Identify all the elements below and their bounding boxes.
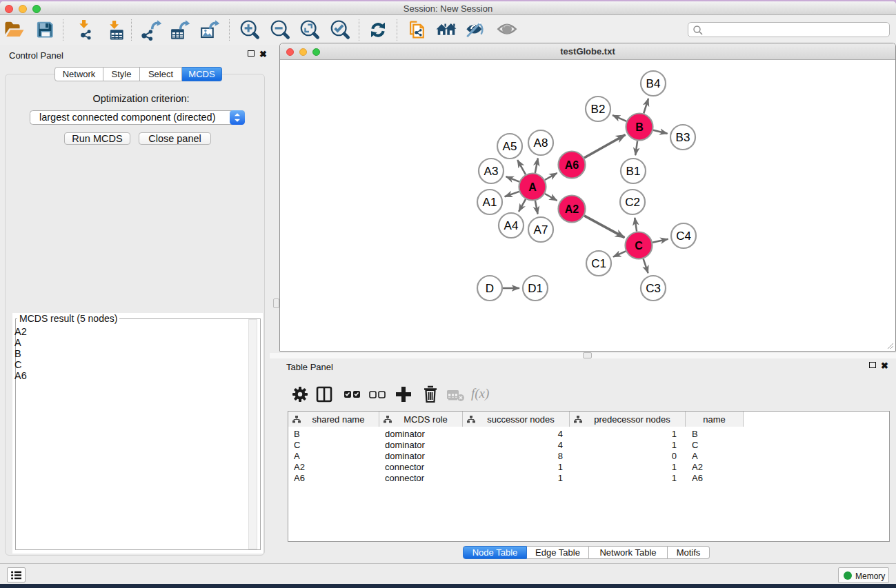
svg-text:B4: B4	[646, 77, 661, 90]
svg-text:C3: C3	[646, 282, 661, 295]
svg-text:B2: B2	[591, 103, 606, 116]
svg-text:A2: A2	[565, 203, 579, 215]
svg-text:A7: A7	[534, 223, 548, 236]
svg-text:A5: A5	[503, 140, 517, 153]
svg-text:B3: B3	[676, 131, 690, 144]
svg-text:A1: A1	[483, 196, 497, 209]
svg-text:A8: A8	[534, 136, 548, 150]
svg-text:C2: C2	[625, 196, 640, 209]
svg-text:C: C	[635, 240, 643, 252]
svg-text:A3: A3	[484, 165, 499, 178]
svg-text:A4: A4	[504, 219, 519, 232]
svg-text:A6: A6	[565, 159, 579, 171]
svg-text:D1: D1	[528, 282, 543, 295]
svg-text:C4: C4	[676, 230, 691, 243]
svg-text:B: B	[635, 121, 644, 133]
svg-text:C1: C1	[591, 257, 606, 270]
svg-text:A: A	[528, 181, 537, 193]
svg-text:D: D	[486, 282, 494, 295]
svg-text:B1: B1	[626, 165, 641, 178]
